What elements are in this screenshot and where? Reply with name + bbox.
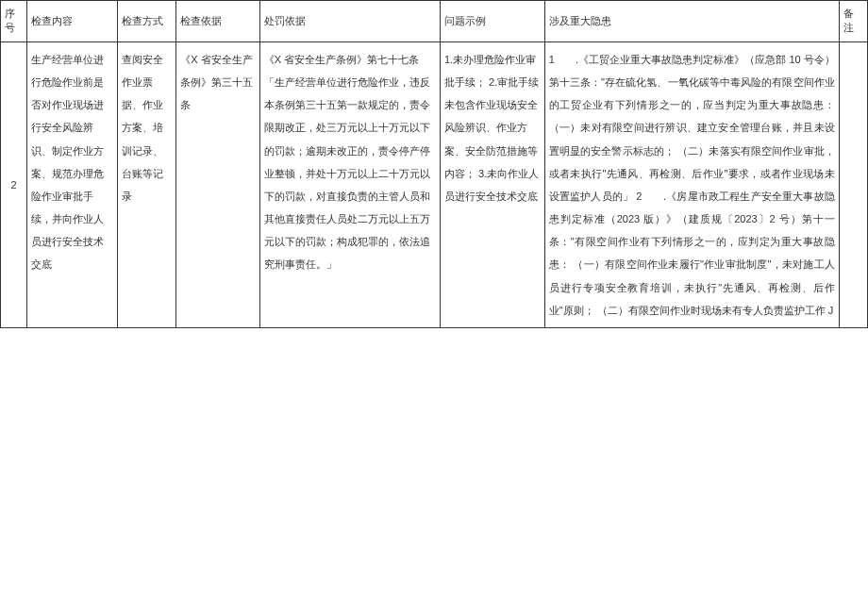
- header-penalty: 处罚依据: [259, 1, 440, 42]
- header-hazard: 涉及重大隐患: [544, 1, 839, 42]
- cell-example: 1.未办理危险作业审批手续； 2.审批手续未包含作业现场安全风险辨识、作业方案、…: [441, 41, 545, 327]
- inspection-table: 序号 检查内容 检查方式 检查依据 处罚依据 问题示例 涉及重大隐患 备注 2 …: [0, 0, 868, 328]
- header-example: 问题示例: [441, 1, 545, 42]
- cell-seq: 2: [1, 41, 27, 327]
- cell-hazard: 1 .《工贸企业重大事故隐患判定标准》（应急部 10 号令）第十三条："存在硫化…: [544, 41, 839, 327]
- header-basis: 检查依据: [176, 1, 260, 42]
- header-remark: 备注: [839, 1, 867, 42]
- header-seq: 序号: [1, 1, 27, 42]
- header-row: 序号 检查内容 检查方式 检查依据 处罚依据 问题示例 涉及重大隐患 备注: [1, 1, 868, 42]
- cell-basis: 《X 省安全生产条例》第三十五条: [176, 41, 260, 327]
- cell-method: 查阅安全作业票据、作业方案、培训记录、台账等记录: [117, 41, 175, 327]
- cell-content: 生产经营单位进行危险作业前是否对作业现场进行安全风险辨识、制定作业方案、规范办理…: [27, 41, 118, 327]
- header-content: 检查内容: [27, 1, 118, 42]
- table-row: 2 生产经营单位进行危险作业前是否对作业现场进行安全风险辨识、制定作业方案、规范…: [1, 41, 868, 327]
- cell-remark: [839, 41, 867, 327]
- header-method: 检查方式: [117, 1, 175, 42]
- cell-penalty: 《X 省安全生产条例》第七十七条「生产经营单位进行危险作业，违反本条例第三十五第…: [259, 41, 440, 327]
